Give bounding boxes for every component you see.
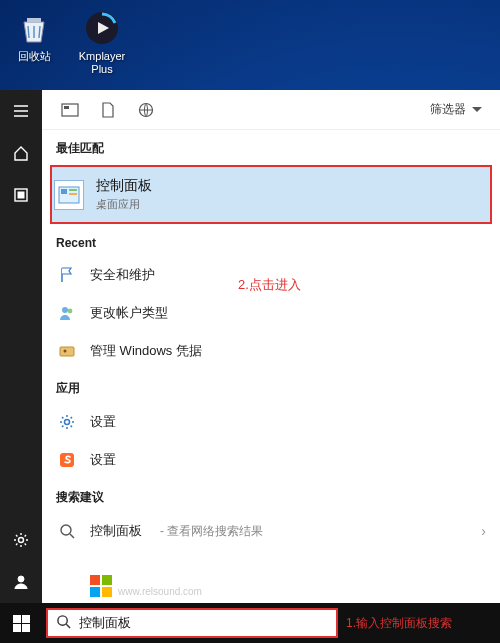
svg-point-18: [65, 420, 70, 425]
recent-item[interactable]: 管理 Windows 凭据: [42, 332, 500, 370]
section-title-best-match: 最佳匹配: [42, 130, 500, 163]
rail-app-button[interactable]: [0, 174, 42, 216]
settings-button[interactable]: [0, 519, 42, 561]
taskbar-search-box[interactable]: [48, 610, 336, 636]
svg-rect-4: [18, 192, 24, 198]
svg-line-21: [70, 534, 74, 538]
kmplayer-icon: [82, 8, 122, 48]
watermark: win11系统之家 www.relsound.com: [90, 575, 202, 597]
svg-rect-8: [64, 106, 69, 109]
result-label: 管理 Windows 凭据: [90, 342, 202, 360]
svg-line-23: [66, 624, 70, 628]
svg-point-6: [18, 576, 24, 582]
svg-point-20: [61, 525, 71, 535]
home-button[interactable]: [0, 132, 42, 174]
start-rail: [0, 90, 42, 643]
svg-point-17: [64, 350, 67, 353]
search-input[interactable]: [79, 616, 330, 631]
scope-documents-button[interactable]: [92, 96, 124, 124]
best-match-title: 控制面板: [96, 177, 152, 195]
chevron-down-icon: [472, 107, 482, 112]
search-results-panel: 筛选器 最佳匹配 控制面板 桌面应用 Recent: [42, 90, 500, 643]
recycle-bin-icon: [14, 8, 54, 48]
result-hint: - 查看网络搜索结果: [160, 523, 263, 540]
best-match-item[interactable]: 控制面板 桌面应用: [52, 167, 490, 222]
chevron-right-icon: ›: [481, 523, 486, 539]
search-icon: [56, 614, 71, 633]
annotation-step1: 1.输入控制面板搜索: [346, 615, 452, 632]
svg-rect-0: [27, 18, 41, 22]
filter-label: 筛选器: [430, 101, 466, 118]
suggestion-item[interactable]: 控制面板 - 查看网络搜索结果 ›: [42, 512, 500, 550]
scope-apps-button[interactable]: [54, 96, 86, 124]
app-item[interactable]: 设置: [42, 441, 500, 479]
result-label: 设置: [90, 413, 116, 431]
start-button[interactable]: [0, 603, 42, 643]
search-icon: [56, 520, 78, 542]
recent-item[interactable]: 更改帐户类型: [42, 294, 500, 332]
svg-point-15: [68, 309, 73, 314]
scope-web-button[interactable]: [130, 96, 162, 124]
best-match-subtitle: 桌面应用: [96, 197, 152, 212]
result-label: 设置: [90, 451, 116, 469]
svg-point-14: [62, 307, 68, 313]
users-icon: [56, 302, 78, 324]
flag-icon: [56, 264, 78, 286]
gear-icon: [56, 411, 78, 433]
desktop-icon-label: Kmplayer Plus: [76, 50, 128, 76]
filter-button[interactable]: 筛选器: [424, 97, 488, 122]
account-button[interactable]: [0, 561, 42, 603]
result-label: 安全和维护: [90, 266, 155, 284]
svg-rect-12: [69, 189, 77, 191]
desktop-icon-label: 回收站: [18, 50, 51, 63]
sogou-icon: [56, 449, 78, 471]
app-item[interactable]: 设置: [42, 403, 500, 441]
svg-rect-16: [60, 347, 74, 356]
section-title-suggestions: 搜索建议: [42, 479, 500, 512]
control-panel-icon: [54, 180, 84, 210]
watermark-line2: www.relsound.com: [118, 587, 202, 597]
credential-icon: [56, 340, 78, 362]
svg-point-5: [19, 538, 24, 543]
svg-point-22: [58, 615, 67, 624]
section-title-apps: 应用: [42, 370, 500, 403]
hamburger-button[interactable]: [0, 90, 42, 132]
annotation-step2: 2.点击进入: [238, 276, 301, 294]
desktop-icon-kmplayer[interactable]: Kmplayer Plus: [76, 8, 128, 76]
section-title-recent: Recent: [42, 226, 500, 256]
result-label: 控制面板: [90, 522, 142, 540]
svg-rect-11: [61, 189, 67, 194]
watermark-logo-icon: [90, 575, 112, 597]
svg-rect-13: [69, 193, 77, 195]
taskbar: 1.输入控制面板搜索: [0, 603, 500, 643]
windows-logo-icon: [13, 615, 30, 632]
desktop-icon-recycle-bin[interactable]: 回收站: [8, 8, 60, 76]
svg-rect-7: [62, 104, 78, 116]
result-label: 更改帐户类型: [90, 304, 168, 322]
